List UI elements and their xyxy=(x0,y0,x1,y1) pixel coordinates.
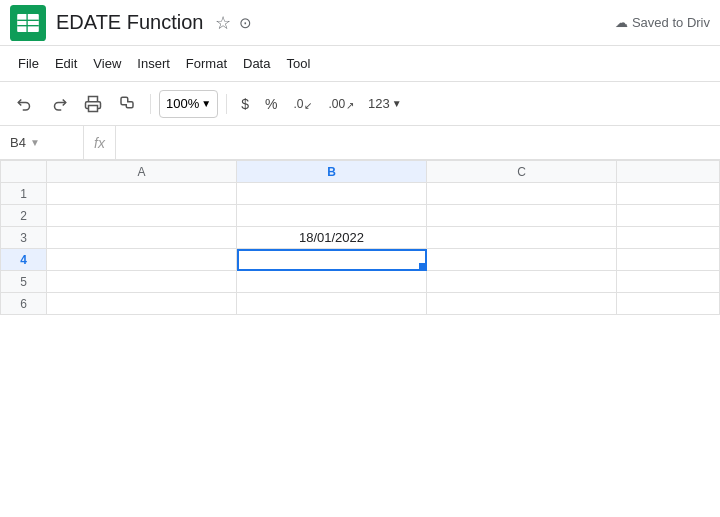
svg-rect-5 xyxy=(89,105,98,111)
row-header-4[interactable]: 4 xyxy=(1,249,47,271)
saved-status: ☁ Saved to Driv xyxy=(615,15,710,30)
col-header-d[interactable] xyxy=(617,161,720,183)
decimal-up-button[interactable]: .00 ↗ xyxy=(322,90,360,118)
row-header-3[interactable]: 3 xyxy=(1,227,47,249)
menu-view[interactable]: View xyxy=(85,52,129,75)
menu-bar: File Edit View Insert Format Data Tool xyxy=(0,46,720,82)
cell-d1[interactable] xyxy=(617,183,720,205)
col-header-c[interactable]: C xyxy=(427,161,617,183)
spreadsheet: A B C 1 2 xyxy=(0,160,720,315)
cell-a2[interactable] xyxy=(47,205,237,227)
cell-c5[interactable] xyxy=(427,271,617,293)
menu-file[interactable]: File xyxy=(10,52,47,75)
table-row: 6 xyxy=(1,293,720,315)
zoom-selector[interactable]: 100% ▼ xyxy=(159,90,218,118)
fx-label: fx xyxy=(84,126,116,159)
zoom-dropdown-icon: ▼ xyxy=(201,98,211,109)
table-row: 5 xyxy=(1,271,720,293)
star-icon[interactable]: ☆ xyxy=(215,12,231,34)
percent-button[interactable]: % xyxy=(259,90,283,118)
cell-a6[interactable] xyxy=(47,293,237,315)
row-header-5[interactable]: 5 xyxy=(1,271,47,293)
cell-c4[interactable] xyxy=(427,249,617,271)
move-icon[interactable]: ⊙ xyxy=(239,14,252,32)
cell-c1[interactable] xyxy=(427,183,617,205)
cell-b2[interactable] xyxy=(237,205,427,227)
menu-tools[interactable]: Tool xyxy=(278,52,318,75)
svg-rect-1 xyxy=(17,14,39,32)
formula-bar: B4 ▼ fx xyxy=(0,126,720,160)
print-button[interactable] xyxy=(78,89,108,119)
cell-d6[interactable] xyxy=(617,293,720,315)
cell-b4[interactable] xyxy=(237,249,427,271)
cell-reference[interactable]: B4 ▼ xyxy=(4,126,84,159)
more-formats-dropdown-icon: ▼ xyxy=(392,98,402,109)
cell-c2[interactable] xyxy=(427,205,617,227)
col-header-a[interactable]: A xyxy=(47,161,237,183)
cell-ref-dropdown-icon[interactable]: ▼ xyxy=(30,137,40,148)
app-icon xyxy=(10,5,46,41)
row-header-6[interactable]: 6 xyxy=(1,293,47,315)
row-header-2[interactable]: 2 xyxy=(1,205,47,227)
paint-format-button[interactable] xyxy=(112,89,142,119)
menu-data[interactable]: Data xyxy=(235,52,278,75)
corner-header xyxy=(1,161,47,183)
table-row: 3 18/01/2022 xyxy=(1,227,720,249)
toolbar-divider-1 xyxy=(150,94,151,114)
cell-a4[interactable] xyxy=(47,249,237,271)
table-row: 2 xyxy=(1,205,720,227)
cell-a5[interactable] xyxy=(47,271,237,293)
cell-b5[interactable] xyxy=(237,271,427,293)
cell-ref-value: B4 xyxy=(10,135,26,150)
cell-d2[interactable] xyxy=(617,205,720,227)
formula-input[interactable] xyxy=(116,135,716,150)
cell-b6[interactable] xyxy=(237,293,427,315)
zoom-level: 100% xyxy=(166,96,199,111)
table-row: 4 xyxy=(1,249,720,271)
cell-a1[interactable] xyxy=(47,183,237,205)
fill-handle[interactable] xyxy=(419,263,426,270)
cell-a3[interactable] xyxy=(47,227,237,249)
cell-d5[interactable] xyxy=(617,271,720,293)
cloud-icon: ☁ xyxy=(615,15,628,30)
col-header-b[interactable]: B xyxy=(237,161,427,183)
doc-title: EDATE Function xyxy=(56,11,203,34)
more-formats-button[interactable]: 123 ▼ xyxy=(364,94,406,113)
cell-c3[interactable] xyxy=(427,227,617,249)
cell-d3[interactable] xyxy=(617,227,720,249)
currency-button[interactable]: $ xyxy=(235,90,255,118)
menu-insert[interactable]: Insert xyxy=(129,52,178,75)
cell-b1[interactable] xyxy=(237,183,427,205)
undo-button[interactable] xyxy=(10,89,40,119)
cell-b3[interactable]: 18/01/2022 xyxy=(237,227,427,249)
menu-edit[interactable]: Edit xyxy=(47,52,85,75)
title-bar: EDATE Function ☆ ⊙ ☁ Saved to Driv xyxy=(0,0,720,46)
row-header-1[interactable]: 1 xyxy=(1,183,47,205)
toolbar: 100% ▼ $ % .0 ↙ .00 ↗ 123 ▼ xyxy=(0,82,720,126)
cell-c6[interactable] xyxy=(427,293,617,315)
menu-format[interactable]: Format xyxy=(178,52,235,75)
cell-d4[interactable] xyxy=(617,249,720,271)
sheet-container: A B C 1 2 xyxy=(0,160,720,315)
redo-button[interactable] xyxy=(44,89,74,119)
table-row: 1 xyxy=(1,183,720,205)
decimal-down-button[interactable]: .0 ↙ xyxy=(287,90,318,118)
toolbar-divider-2 xyxy=(226,94,227,114)
